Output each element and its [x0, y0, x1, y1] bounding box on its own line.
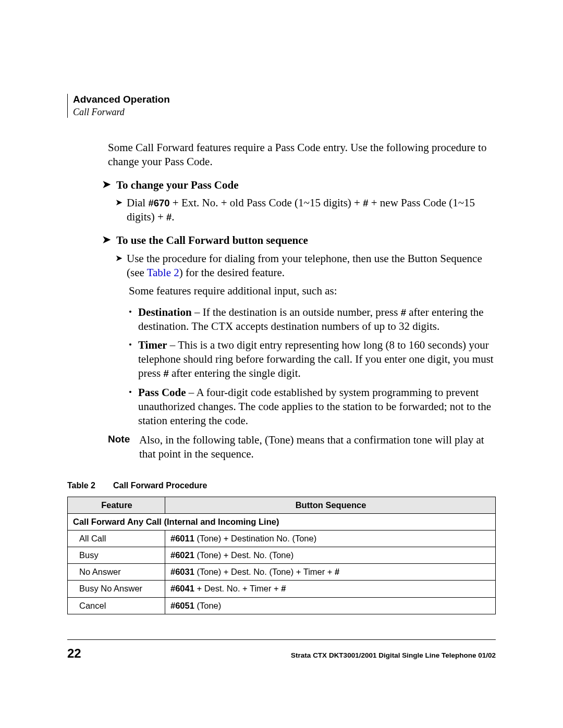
dial-code: #6031	[170, 567, 194, 576]
bullet-pass-code: • Pass Code – A four-digit code establis…	[129, 386, 496, 428]
hash-key: #	[363, 198, 368, 208]
bullet-icon: •	[129, 306, 132, 318]
body-content: Some Call Forward features require a Pas…	[108, 141, 496, 614]
sequence-cell: #6031 (Tone) + Dest. No. (Tone) + Timer …	[165, 564, 496, 581]
dial-code: #6011	[170, 534, 194, 543]
arrow-icon: ➤	[102, 179, 111, 190]
procedure-use-button-sequence: ➤ To use the Call Forward button sequenc…	[102, 233, 496, 248]
sequence-text: (Tone) + Dest. No. (Tone)	[194, 550, 293, 560]
header-section: Call Forward	[73, 107, 496, 118]
sequence-cell: #6011 (Tone) + Destination No. (Tone)	[165, 530, 496, 547]
sequence-text: (Tone)	[194, 601, 221, 610]
table-number: Table 2	[67, 481, 95, 490]
bullet-label: Destination	[138, 306, 192, 318]
feature-cell: Cancel	[68, 597, 165, 614]
table-body: Call Forward Any Call (Internal and Inco…	[68, 514, 496, 614]
hash-key: #	[401, 307, 406, 318]
arrow-icon: ➤	[102, 234, 111, 245]
bullet-text: after entering the single digit.	[169, 367, 301, 379]
table-section-row: Call Forward Any Call (Internal and Inco…	[68, 514, 496, 530]
bullet-icon: •	[129, 387, 132, 398]
arrow-icon: ➤	[115, 254, 123, 263]
page-footer: 22 Strata CTX DKT3001/2001 Digital Singl…	[67, 639, 496, 661]
dial-code: #6021	[170, 550, 194, 560]
dial-code: #6051	[170, 601, 194, 610]
sequence-text: (Tone) + Destination No. (Tone)	[194, 534, 316, 543]
bullet-icon: •	[129, 339, 132, 351]
arrow-icon: ➤	[115, 198, 123, 207]
dial-code: #670	[148, 198, 169, 208]
procedure-step: ➤ Use the procedure for dialing from you…	[115, 252, 496, 280]
call-forward-procedure-table: Feature Button Sequence Call Forward Any…	[67, 497, 496, 614]
procedure-title: To change your Pass Code	[116, 178, 239, 192]
th-button-sequence: Button Sequence	[165, 497, 496, 513]
bullet-text: – A four-digit code established by syste…	[138, 386, 491, 427]
bullet-timer: • Timer – This is a two digit entry repr…	[129, 338, 496, 380]
procedure-title: To use the Call Forward button sequence	[116, 233, 308, 248]
table-header: Feature Button Sequence	[68, 497, 496, 513]
procedure-step: ➤ Dial #670 + Ext. No. + old Pass Code (…	[115, 196, 496, 224]
feature-cell: Busy	[68, 547, 165, 564]
table-row: Busy No Answer#6041 + Dest. No. + Timer …	[68, 581, 496, 597]
note-text: Also, in the following table, (Tone) mea…	[139, 433, 496, 461]
bullet-text: – If the destination is an outside numbe…	[192, 306, 401, 318]
table-row: No Answer#6031 (Tone) + Dest. No. (Tone)…	[68, 564, 496, 581]
sequence-text: + Dest. No. + Timer +	[194, 584, 281, 593]
step-text: + Ext. No. + old Pass Code (1~15 digits)…	[170, 196, 363, 209]
bullet-destination: • Destination – If the destination is an…	[129, 305, 496, 334]
sequence-cell: #6051 (Tone)	[165, 597, 496, 614]
step-text: ) for the desired feature.	[179, 266, 285, 279]
dial-code: #6041	[170, 584, 194, 593]
step-text: .	[172, 211, 174, 223]
page-number: 22	[67, 646, 81, 661]
table-header-row: Feature Button Sequence	[68, 497, 496, 513]
table-row: Cancel#6051 (Tone)	[68, 597, 496, 614]
intro-paragraph: Some Call Forward features require a Pas…	[108, 141, 496, 169]
header-chapter: Advanced Operation	[73, 94, 496, 106]
hash-key: #	[166, 212, 172, 223]
feature-cell: No Answer	[68, 564, 165, 581]
table-row: All Call#6011 (Tone) + Destination No. (…	[68, 530, 496, 547]
table-row: Busy#6021 (Tone) + Dest. No. (Tone)	[68, 547, 496, 564]
hash-key: #	[335, 567, 339, 576]
procedure-change-pass-code: ➤ To change your Pass Code	[102, 178, 496, 192]
sequence-text: (Tone) + Dest. No. (Tone) + Timer +	[194, 567, 335, 576]
sequence-cell: #6041 + Dest. No. + Timer + #	[165, 581, 496, 597]
section-title: Call Forward Any Call (Internal and Inco…	[68, 514, 496, 530]
table-title: Call Forward Procedure	[113, 481, 207, 490]
hash-key: #	[163, 368, 168, 379]
feature-cell: All Call	[68, 530, 165, 547]
hash-key: #	[281, 584, 286, 593]
bullet-label: Pass Code	[138, 386, 186, 399]
th-feature: Feature	[68, 497, 165, 513]
note-label: Note	[108, 433, 137, 446]
page-header: Advanced Operation Call Forward	[67, 94, 496, 118]
table-2-link[interactable]: Table 2	[147, 266, 179, 279]
note: Note Also, in the following table, (Tone…	[108, 433, 496, 461]
step-text: Dial	[127, 196, 148, 209]
footer-text: Strata CTX DKT3001/2001 Digital Single L…	[291, 651, 496, 659]
sequence-cell: #6021 (Tone) + Dest. No. (Tone)	[165, 547, 496, 564]
bullet-label: Timer	[138, 339, 167, 351]
feature-cell: Busy No Answer	[68, 581, 165, 597]
additional-input-intro: Some features require additional input, …	[129, 284, 496, 298]
table-caption: Table 2Call Forward Procedure	[67, 480, 496, 491]
